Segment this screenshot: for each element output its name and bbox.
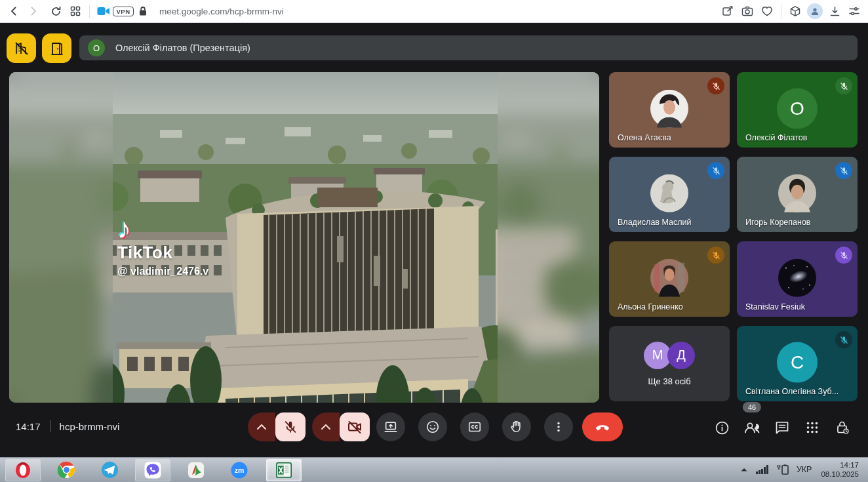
captions-button[interactable] xyxy=(460,412,489,441)
participants-button[interactable]: 46 xyxy=(737,412,767,443)
host-controls-lock-button[interactable] xyxy=(827,412,858,443)
tiktok-note-icon: ♪ xyxy=(117,215,208,243)
mic-off-button[interactable] xyxy=(275,412,306,441)
presenter-avatar: О xyxy=(88,39,105,56)
meeting-code: hcp-brmm-nvi xyxy=(60,421,120,432)
mic-options-chevron[interactable] xyxy=(248,412,275,441)
participant-photo-avatar xyxy=(650,258,688,296)
overflow-participants-tile[interactable]: М Д Ще 38 осіб xyxy=(609,326,730,401)
system-tray: УКР 14:17 08.10.2025 xyxy=(740,457,864,482)
presentation-banner[interactable]: О Олексій Філатов (Презентація) xyxy=(79,35,858,60)
presentation-video[interactable]: ♪ TikTok @ vladimir_2476.v xyxy=(9,72,599,403)
windows-taskbar: zm xyxy=(0,457,868,482)
meeting-details-button[interactable] xyxy=(707,412,737,443)
overflow-avatars: М Д xyxy=(644,342,695,369)
more-options-button[interactable] xyxy=(544,412,573,441)
toolbar-divider xyxy=(89,5,90,18)
participant-sketch-avatar xyxy=(650,174,688,212)
participant-name: Олексій Філатов xyxy=(745,133,807,142)
battery-power-icon[interactable] xyxy=(776,464,790,475)
mic-muted-icon xyxy=(707,162,724,179)
share-edit-icon[interactable] xyxy=(718,2,738,20)
presenter-avatar-letter: О xyxy=(93,43,100,53)
reactions-button[interactable] xyxy=(418,412,447,441)
vpn-badge[interactable]: VPN xyxy=(113,2,133,20)
browser-toolbar: VPN meet.google.com/hcp-brmm-nvi xyxy=(0,0,868,23)
back-button[interactable] xyxy=(4,2,24,20)
mic-muted-icon xyxy=(707,247,724,264)
participant-tile[interactable]: Владислав Маслий xyxy=(609,157,730,232)
participant-tile[interactable]: С Світлана Олегівна Зуб... xyxy=(737,326,858,401)
profile-avatar[interactable] xyxy=(805,2,825,20)
keyboard-language-toggle[interactable]: УКР xyxy=(797,465,812,474)
participant-letter-avatar: О xyxy=(777,88,818,129)
tiktok-watermark: ♪ TikTok @ vladimir_2476.v xyxy=(117,215,208,277)
taskbar-chrome-button[interactable] xyxy=(49,459,84,481)
participant-letter-avatar: С xyxy=(777,342,818,382)
speed-dial-button[interactable] xyxy=(66,2,85,20)
network-signal-icon[interactable] xyxy=(756,465,769,474)
divider xyxy=(50,420,50,432)
mic-control-group xyxy=(248,412,306,441)
meeting-time: 14:17 xyxy=(16,421,41,432)
presentation-title: Олексій Філатов (Презентація) xyxy=(115,43,250,53)
camera-in-use-icon[interactable] xyxy=(94,2,113,20)
taskbar-telegram-button[interactable] xyxy=(92,459,127,481)
downloads-icon[interactable] xyxy=(825,2,844,20)
overflow-count-label: Ще 38 осіб xyxy=(648,376,690,386)
reload-button[interactable] xyxy=(46,2,66,20)
activities-apps-button[interactable] xyxy=(797,412,827,443)
mic-muted-icon xyxy=(707,77,724,94)
building-unavailable-button[interactable] xyxy=(7,33,36,63)
chat-button[interactable] xyxy=(767,412,797,443)
taskbar-opera-button[interactable] xyxy=(5,459,41,481)
video-right-blur xyxy=(498,72,599,403)
taskbar-download-manager-button[interactable] xyxy=(178,459,214,481)
tiktok-brand-text: TikTok xyxy=(117,243,208,263)
mic-muted-icon xyxy=(835,162,852,179)
raise-hand-button[interactable] xyxy=(502,412,531,441)
meet-control-bar: 14:17 hcp-brmm-nvi xyxy=(0,406,868,452)
toolbar-divider xyxy=(781,5,781,18)
participant-photo-avatar xyxy=(650,89,688,127)
mic-muted-icon xyxy=(835,331,852,348)
mic-muted-icon xyxy=(835,247,852,264)
show-hidden-icons-button[interactable] xyxy=(740,467,748,472)
address-bar-url[interactable]: meet.google.com/hcp-brmm-nvi xyxy=(159,7,284,16)
settings-tune-icon[interactable] xyxy=(844,2,864,20)
tiktok-handle-text: @ vladimir_2476.v xyxy=(117,266,208,277)
taskbar-viber-button[interactable] xyxy=(135,459,170,481)
mic-muted-icon xyxy=(835,77,852,94)
forward-button[interactable] xyxy=(24,2,43,20)
participant-count-badge: 46 xyxy=(743,402,761,412)
extensions-cube-icon[interactable] xyxy=(785,2,805,20)
camera-off-button[interactable] xyxy=(340,412,370,441)
open-door-button[interactable] xyxy=(42,33,71,63)
participant-name: Владислав Маслий xyxy=(618,218,691,227)
snapshot-camera-icon[interactable] xyxy=(738,2,757,20)
tray-time: 14:17 xyxy=(821,460,859,470)
participant-name: Олена Атаєва xyxy=(618,133,671,142)
tray-clock[interactable]: 14:17 08.10.2025 xyxy=(821,460,859,479)
participant-name: Игорь Корепанов xyxy=(745,218,811,227)
camera-options-chevron[interactable] xyxy=(312,412,340,441)
site-security-lock-icon[interactable] xyxy=(133,2,153,20)
camera-control-group xyxy=(312,412,370,441)
present-screen-button[interactable] xyxy=(376,412,405,441)
participant-name: Stanislav Fesiuk xyxy=(745,302,805,311)
overflow-avatar-d: Д xyxy=(667,342,695,369)
bookmarks-heart-icon[interactable] xyxy=(757,2,777,20)
taskbar-excel-button[interactable] xyxy=(266,459,302,481)
participant-tile[interactable]: Альона Гриненко xyxy=(609,241,730,317)
taskbar-zoom-button[interactable]: zm xyxy=(222,459,257,481)
participant-name: Світлана Олегівна Зуб... xyxy=(745,387,838,396)
participant-tile[interactable]: О Олексій Філатов xyxy=(737,72,858,148)
end-call-button[interactable] xyxy=(582,412,623,441)
google-meet-page: О Олексій Філатов (Презентація) xyxy=(0,23,868,457)
participant-tile[interactable]: Stanislav Fesiuk xyxy=(737,241,858,317)
video-left-blur xyxy=(9,72,113,403)
participant-tile[interactable]: Олена Атаєва xyxy=(609,72,730,148)
participant-galaxy-avatar xyxy=(778,258,816,296)
vpn-label: VPN xyxy=(113,7,133,16)
participant-tile[interactable]: Игорь Корепанов xyxy=(737,157,858,232)
